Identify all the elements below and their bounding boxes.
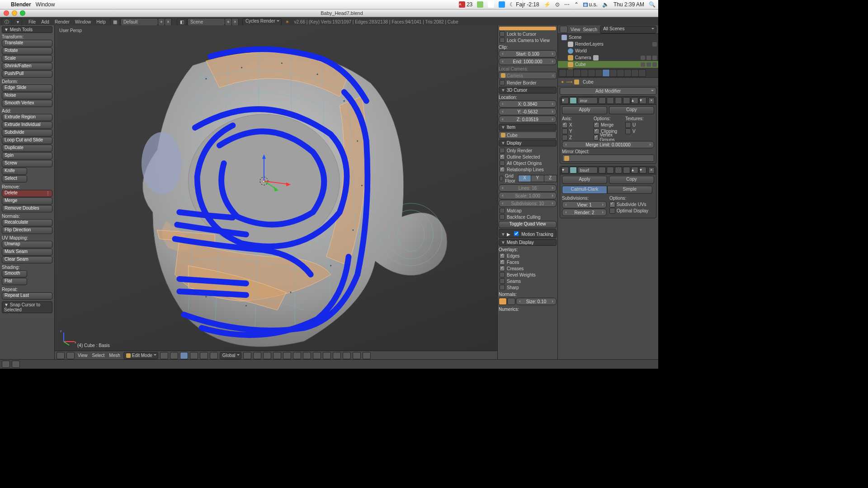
select-edges-icon[interactable] <box>190 352 198 359</box>
viewport-shading-icon[interactable] <box>160 352 168 359</box>
mark-seam-button[interactable]: Mark Seam <box>2 249 52 256</box>
render-menu[interactable]: Render <box>55 19 70 24</box>
face-normals-toggle-icon[interactable] <box>507 298 515 305</box>
window-close-button[interactable] <box>4 10 9 16</box>
grid-floor-checkbox[interactable]: Grid Floor <box>499 173 518 184</box>
volume-tray-icon[interactable]: 🔈 <box>602 1 609 8</box>
cursor-z-field[interactable]: Z: 0.03519 <box>499 116 557 123</box>
tab-scene[interactable] <box>573 69 581 77</box>
clip-start-field[interactable]: Start: 0.100 <box>499 50 557 57</box>
editor-type-icon[interactable]: ⓘ <box>1 18 12 26</box>
select-faces-icon[interactable] <box>200 352 208 359</box>
app-menu[interactable]: Blender <box>11 1 31 8</box>
snap-toggle-icon[interactable] <box>303 352 311 359</box>
mirror-axis-z-checkbox[interactable]: Z <box>562 134 591 141</box>
mirror-object-field[interactable] <box>562 155 654 162</box>
mesh-tools-panel-header[interactable]: ▼ Mesh Tools <box>2 26 52 33</box>
grid-axis-y-toggle[interactable]: Y <box>531 175 544 182</box>
subsurf-subdivide-uvs-checkbox[interactable]: Subdivide UVs <box>609 201 654 207</box>
tab-texture[interactable] <box>624 69 632 77</box>
subsurf-simple-toggle[interactable]: Simple <box>607 186 652 194</box>
breadcrumb-object[interactable]: Cube <box>583 80 594 84</box>
mirror-move-down-icon[interactable]: ▾ <box>639 97 646 104</box>
help-menu[interactable]: Help <box>96 19 106 24</box>
spin-button[interactable]: Spin <box>2 152 52 160</box>
screen-layout-field[interactable]: Default <box>120 18 158 26</box>
subsurf-render-field[interactable]: Render: 2 <box>562 209 607 216</box>
edges-overlay-checkbox[interactable]: Edges <box>499 253 557 259</box>
mirror-texture-u-checkbox[interactable]: U <box>625 122 654 128</box>
bevel-weights-overlay-checkbox[interactable]: Bevel Weights <box>499 272 557 278</box>
loop-cut-slide-button[interactable]: Loop Cut and Slide <box>2 137 52 144</box>
window-minimize-button[interactable] <box>12 10 17 16</box>
mirror-merge-limit-field[interactable]: Merge Limit: 0.001000 <box>562 141 654 148</box>
tab-object-data[interactable] <box>609 69 617 77</box>
display-panel-header[interactable]: Display <box>499 140 557 146</box>
edge-slide-button[interactable]: Edge Slide <box>2 84 52 92</box>
clip-end-field[interactable]: End: 1000.000 <box>499 58 557 65</box>
mode-dropdown[interactable]: Edit Mode <box>123 352 158 359</box>
adobe-tray-icon[interactable]: A23 <box>459 1 472 8</box>
mesh-display-panel-header[interactable]: Mesh Display <box>499 239 557 246</box>
window-menu[interactable]: Window <box>36 1 55 8</box>
mirror-editmode-toggle-icon[interactable] <box>615 97 622 104</box>
select-menu[interactable]: Select <box>92 353 105 358</box>
app2-tray-icon[interactable] <box>488 1 494 8</box>
push-pull-button[interactable]: Push/Pull <box>2 70 52 78</box>
manipulator-rotate-icon[interactable] <box>263 352 271 359</box>
window-zoom-button[interactable] <box>20 10 25 16</box>
pivot-icon[interactable] <box>170 352 178 359</box>
delete-button[interactable]: Delete⋮ <box>2 190 52 197</box>
subsurf-editmode-toggle-icon[interactable] <box>615 167 622 174</box>
only-render-checkbox[interactable]: Only Render <box>499 147 557 154</box>
remove-doubles-button[interactable]: Remove Doubles <box>2 205 52 212</box>
faces-overlay-checkbox[interactable]: Faces <box>499 259 557 265</box>
grid-axis-x-toggle[interactable]: X <box>518 175 531 182</box>
manipulator-scale-icon[interactable] <box>273 352 281 359</box>
scene-browse-icon[interactable]: ◧ <box>177 18 187 26</box>
item-name-field[interactable]: Cube <box>499 131 557 139</box>
mirror-render-toggle-icon[interactable] <box>599 97 606 104</box>
mirror-cage-toggle-icon[interactable] <box>623 97 630 104</box>
modifier-expand-icon[interactable]: ▾ <box>561 97 569 104</box>
app1-tray-icon[interactable] <box>477 1 483 8</box>
subsurf-apply-button[interactable]: Apply <box>562 176 607 184</box>
view-menu[interactable]: View <box>78 353 88 358</box>
file-menu[interactable]: File <box>28 19 36 24</box>
grid-lines-field[interactable]: Lines: 16 <box>499 184 557 192</box>
flat-button[interactable]: Flat <box>2 278 27 285</box>
power-tray-icon[interactable]: ⚡ <box>544 1 551 8</box>
screw-button[interactable]: Screw <box>2 160 52 167</box>
back-to-previous-icon[interactable]: ▦ <box>110 18 120 26</box>
editor-type-3dview-icon[interactable] <box>57 352 65 359</box>
subsurf-copy-button[interactable]: Copy <box>609 176 654 184</box>
timeline-collapse-icon[interactable] <box>12 361 20 368</box>
tab-modifiers[interactable] <box>602 69 610 77</box>
item-panel-header[interactable]: Item <box>499 124 557 131</box>
snap-element-icon[interactable] <box>313 352 321 359</box>
flip-direction-button[interactable]: Flip Direction <box>2 227 52 234</box>
render-engine-dropdown[interactable]: Cycles Render <box>242 18 282 26</box>
shrink-fatten-button[interactable]: Shrink/Fatten <box>2 63 52 70</box>
repeat-last-button[interactable]: Repeat Last <box>2 292 52 300</box>
merge-button[interactable]: Merge <box>2 197 52 205</box>
mirror-apply-button[interactable]: Apply <box>562 106 607 114</box>
duplicate-button[interactable]: Duplicate <box>2 145 52 152</box>
mirror-texture-v-checkbox[interactable]: V <box>625 128 654 134</box>
3d-viewport[interactable]: User Persp z x (4) Cube : Basis View Sel… <box>55 25 497 360</box>
timeline-editor-icon[interactable] <box>2 361 10 368</box>
window-menu-blender[interactable]: Window <box>75 19 91 24</box>
subsurf-optimal-display-checkbox[interactable]: Optimal Display <box>609 207 654 214</box>
seams-overlay-checkbox[interactable]: Seams <box>499 278 557 284</box>
subsurf-display-toggle-icon[interactable] <box>607 167 614 174</box>
wifi-tray-icon[interactable]: ⌃ <box>574 1 579 8</box>
add-menu[interactable]: Add <box>41 19 49 24</box>
relationship-lines-checkbox[interactable]: Relationship Lines <box>499 166 557 173</box>
creases-overlay-checkbox[interactable]: Creases <box>499 265 557 272</box>
all-object-origins-checkbox[interactable]: All Object Origins <box>499 160 557 166</box>
extrude-region-button[interactable]: Extrude Region <box>2 114 52 121</box>
subsurf-cage-toggle-icon[interactable] <box>623 167 630 174</box>
delete-scene-button[interactable]: × <box>231 18 239 26</box>
subsurf-delete-button[interactable]: × <box>648 167 655 174</box>
recalculate-button[interactable]: Recalculate <box>2 219 52 226</box>
